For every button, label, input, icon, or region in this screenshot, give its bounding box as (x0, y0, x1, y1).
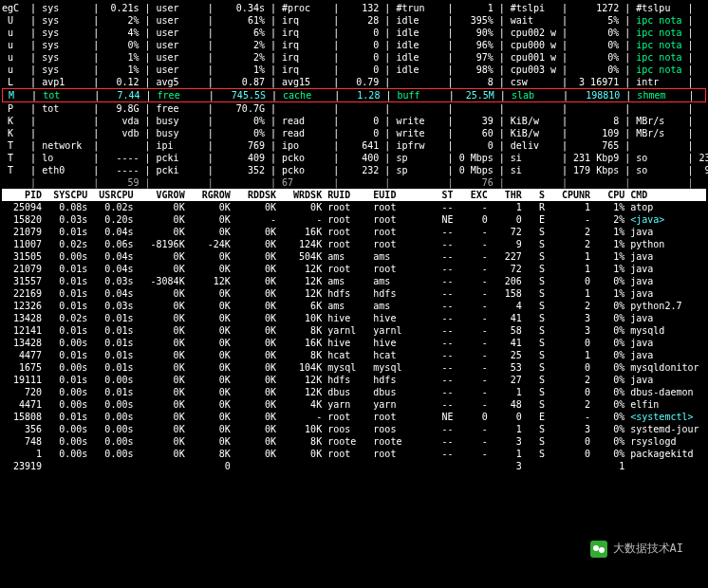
io-net-stats-block: P | tot | 9.8G | free | 70.7G | | | | | … (2, 102, 706, 176)
stat-row: egC | sys | 0.21s | user | 0.34s | #proc… (2, 2, 706, 14)
process-row[interactable]: 13428 0.00s 0.01s 0K 0K 0K 16K hive hive… (2, 337, 706, 349)
stat-row: | | 59 | | | 67 | | | 76 | | | | | | | | (2, 176, 706, 189)
process-row[interactable]: 4471 0.00s 0.00s 0K 0K 0K 4K yarn yarn -… (2, 398, 706, 411)
stat-row: P | tot | 9.8G | free | 70.7G | | | | | … (2, 102, 706, 115)
process-row[interactable]: 12141 0.01s 0.01s 0K 0K 0K 8K yarnl yarn… (2, 324, 706, 337)
process-list[interactable]: 25094 0.08s 0.02s 0K 0K 0K 0K root root … (2, 201, 706, 472)
process-row[interactable]: 1675 0.00s 0.01s 0K 0K 0K 104K mysql mys… (2, 361, 706, 374)
process-row[interactable]: 356 0.00s 0.00s 0K 0K 0K 10K roos roos -… (2, 423, 706, 435)
stat-row: u | sys | 1% | user | 2% | irq | 0 | idl… (2, 51, 706, 64)
process-row[interactable]: 21079 0.01s 0.04s 0K 0K 0K 16K root root… (2, 226, 706, 238)
stat-row: u | sys | 4% | user | 6% | irq | 0 | idl… (2, 27, 706, 39)
mem-row-highlight: M | tot | 7.44 | free | 745.5S | cache |… (2, 88, 706, 102)
stat-row: T | eth0 | ---- | pcki | 352 | pcko | 23… (2, 164, 706, 176)
process-row[interactable]: 25094 0.08s 0.02s 0K 0K 0K 0K root root … (2, 201, 706, 213)
process-row[interactable]: 21079 0.01s 0.04s 0K 0K 0K 12K root root… (2, 263, 706, 275)
system-stats-block: egC | sys | 0.21s | user | 0.34s | #proc… (2, 2, 706, 88)
process-row[interactable]: 22169 0.01s 0.04s 0K 0K 0K 12K hdfs hdfs… (2, 287, 706, 300)
process-row[interactable]: 13428 0.02s 0.01s 0K 0K 0K 10K hive hive… (2, 312, 706, 324)
process-header: PID SYSCPU USRCPU VGROW RGROW RDDSK WRDS… (2, 189, 706, 201)
stat-row: u | sys | 0% | user | 2% | irq | 0 | idl… (2, 39, 706, 51)
stat-row: T | network | | ipi | 769 | ipo | 641 | … (2, 139, 706, 152)
mem-row: M | tot | 7.44 | free | 745.5S | cache |… (3, 89, 705, 101)
process-row[interactable]: 19111 0.01s 0.00s 0K 0K 0K 12K hdfs hdfs… (2, 374, 706, 386)
process-row[interactable]: 15820 0.03s 0.20s 0K 0K - - root root NE… (2, 213, 706, 226)
process-row[interactable]: 748 0.00s 0.00s 0K 0K 0K 8K roote roote … (2, 435, 706, 448)
stat-row: T | lo | ---- | pcki | 409 | pcko | 400 … (2, 152, 706, 164)
process-row[interactable]: 31505 0.00s 0.04s 0K 0K 0K 504K ams ams … (2, 250, 706, 263)
stat-row: u | sys | 1% | user | 1% | irq | 0 | idl… (2, 64, 706, 76)
process-row[interactable]: 31557 0.01s 0.03s -3084K 12K 0K 12K ams … (2, 275, 706, 287)
process-row[interactable]: 1 0.00s 0.00s 0K 8K 0K 0K root root -- -… (2, 448, 706, 460)
atop-terminal: { "header_rows": [ {"color":"c-white","c… (0, 0, 708, 474)
summary-row: | | 59 | | | 67 | | | 76 | | | | | | | | (2, 176, 706, 189)
process-row[interactable]: 720 0.00s 0.01s 0K 0K 0K 12K dbus dbus -… (2, 386, 706, 398)
process-row[interactable]: 15808 0.01s 0.00s 0K 0K 0K - root root N… (2, 411, 706, 423)
process-row[interactable]: 11007 0.02s 0.06s -8196K -24K 0K 124K ro… (2, 238, 706, 250)
stat-row: K | | vdb | busy | 0% | read | 0 | write… (2, 127, 706, 139)
stat-row: L | avp1 | 0.12 | avg5 | 0.87 | avg15 | … (2, 76, 706, 88)
process-row[interactable]: 12326 0.01s 0.03s 0K 0K 0K 6K ams ams --… (2, 300, 706, 312)
stat-row: U | sys | 2% | user | 61% | irq | 28 | i… (2, 14, 706, 27)
process-row[interactable]: 4477 0.01s 0.01s 0K 0K 0K 8K hcat hcat -… (2, 349, 706, 361)
process-row[interactable]: 23919 0 3 1 (2, 460, 706, 472)
stat-row: K | | vda | busy | 0% | read | 0 | write… (2, 115, 706, 127)
